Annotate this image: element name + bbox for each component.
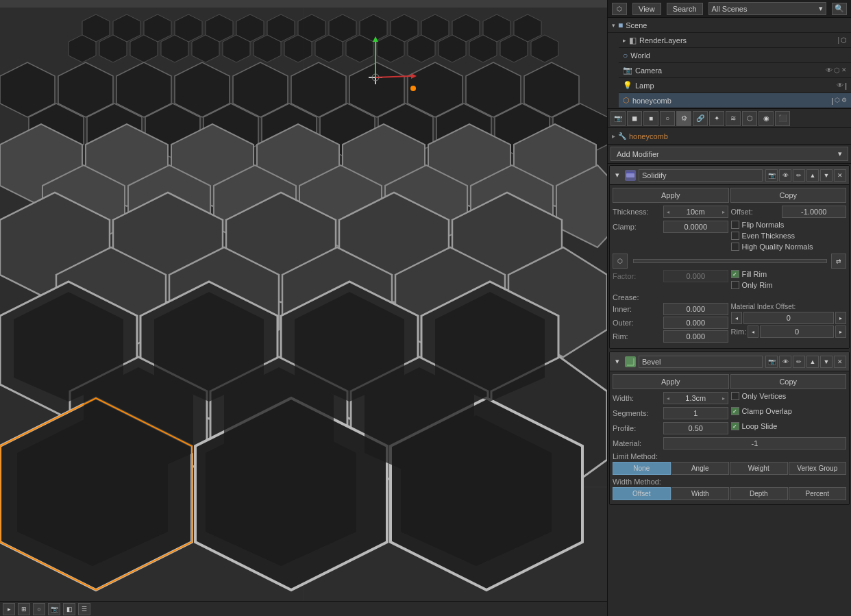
prop-icon-render[interactable]: ◼ [627,111,642,126]
solidify-mat-rim-arrow-right[interactable]: ▸ [835,325,846,338]
outliner-row-lamp[interactable]: 💡 Lamp 👁 | [619,78,851,93]
prop-icon-world[interactable]: ○ [660,111,675,126]
solidify-apply-button[interactable]: Apply [613,188,729,203]
topbar-icon[interactable]: ⬡ [612,3,627,15]
bevel-apply-copy-row: Apply Copy [613,374,846,389]
prop-icon-material[interactable]: ◉ [758,111,774,126]
bevel-close-icon[interactable]: ✕ [834,356,846,368]
bevel-segments-field[interactable]: 1 [663,407,728,419]
outliner-row-renderlayers[interactable]: ▸ ◧ RenderLayers | ⬡ [619,33,851,48]
bevel-limit-angle[interactable]: Angle [671,462,730,475]
bevel-material-field[interactable]: -1 [663,437,846,449]
solidify-offset-field[interactable]: -1.0000 [782,206,847,218]
solidify-outer-field[interactable]: 0.000 [663,317,728,329]
solidify-toggle[interactable]: ▾ [613,171,622,180]
bevel-apply-button[interactable]: Apply [613,374,729,389]
bevel-clamp-overlap-cb[interactable] [731,407,739,415]
bevel-edit-icon[interactable]: ✏ [793,356,805,368]
solidify-inner-label: Inner: [613,305,661,313]
solidify-name-input[interactable] [639,169,763,182]
solidify-copy-button[interactable]: Copy [730,188,847,203]
bevel-loop-slide-cb[interactable] [731,422,739,430]
solidify-down-icon[interactable]: ▼ [820,169,832,182]
solidify-shell-arrow[interactable]: ⇄ [831,254,846,269]
solidify-hq-normals-cb[interactable] [731,243,739,251]
view-menu[interactable]: View [632,3,661,15]
bevel-name-input[interactable] [639,356,763,368]
statusbar-icon-6[interactable]: ☰ [78,603,90,615]
bevel-width-width[interactable]: Width [671,487,730,500]
bevel-segments-label: Segments: [613,409,661,417]
solidify-shell-field[interactable] [633,259,827,263]
bevel-profile-field-row: Profile: 0.50 [613,422,728,434]
solidify-even-thickness-cb[interactable] [731,232,739,240]
outliner-row-honeycomb[interactable]: ⬡ honeycomb | ⬡ ⚙ [619,93,851,108]
search-menu[interactable]: Search [667,3,703,15]
solidify-fill-rim-cb[interactable] [731,270,739,278]
scene-select[interactable]: All Scenes ▾ [708,2,826,15]
prop-icon-object[interactable]: ⚙ [676,111,691,126]
solidify-inner-field[interactable]: 0.000 [663,303,728,315]
search-button[interactable]: 🔍 [832,3,847,15]
solidify-factor-label: Factor: [613,272,661,280]
bevel-width-percent[interactable]: Percent [789,487,847,500]
solidify-edit-icon[interactable]: ✏ [793,169,805,182]
outliner-row-camera[interactable]: 📷 Camera 👁 ⬡ ✕ [619,63,851,78]
statusbar-icon-2[interactable]: ⊞ [18,603,30,615]
bevel-down-icon[interactable]: ▼ [820,356,832,368]
statusbar-icon-5[interactable]: ◧ [63,603,75,615]
solidify-outer-label: Outer: [613,319,661,327]
bevel-segments-row: Segments: 1 Clamp Overlap [613,407,846,421]
solidify-offset-row: Offset: -1.0000 [731,206,847,218]
prop-icon-scene[interactable]: ■ [643,111,658,126]
bevel-limit-none[interactable]: None [613,462,671,475]
solidify-clamp-field[interactable]: 0.0000 [663,221,728,233]
solidify-only-rim-cb[interactable] [731,281,739,289]
bevel-width-row: Width: ◂ 1.3cm ▸ Only Vertices [613,392,846,406]
bevel-width-offset[interactable]: Offset [613,487,671,500]
solidify-mat-index-arrow-left[interactable]: ◂ [731,312,742,324]
bevel-up-icon[interactable]: ▲ [806,356,819,368]
bevel-width-depth[interactable]: Depth [730,487,788,500]
solidify-close-icon[interactable]: ✕ [834,169,846,182]
bevel-toggle[interactable]: ▾ [613,357,622,367]
prop-icon-constraints[interactable]: 🔗 [693,111,708,126]
properties-breadcrumb: ▸ 🔧 honeycomb [608,128,851,145]
solidify-mat-rim-val[interactable]: 0 [760,325,834,338]
solidify-rim-field[interactable]: 0.000 [663,330,728,343]
solidify-view-icon[interactable]: 👁 [779,169,791,182]
bevel-limit-weight[interactable]: Weight [730,462,788,475]
add-modifier-button[interactable]: Add Modifier ▾ [610,147,848,161]
solidify-crease-label: Crease: [613,293,846,301]
solidify-up-icon[interactable]: ▲ [806,169,819,182]
prop-icon-texture[interactable]: ⬛ [775,111,790,126]
bevel-width-field[interactable]: ◂ 1.3cm ▸ [663,392,728,404]
solidify-factor-field[interactable]: 0.000 [663,270,728,282]
bevel-profile-field[interactable]: 0.50 [663,422,728,434]
bevel-render-icon[interactable]: 📷 [765,356,778,368]
prop-icon-physics[interactable]: ≋ [726,111,741,126]
statusbar-icon-1[interactable]: ▸ [3,603,15,615]
prop-icon-mesh[interactable]: ⬡ [742,111,757,126]
bevel-view-icon[interactable]: 👁 [779,356,791,368]
solidify-render-icon[interactable]: 📷 [765,169,778,182]
svg-rect-109 [626,173,634,177]
bevel-copy-button[interactable]: Copy [730,374,847,389]
prop-icon-camera[interactable]: 📷 [610,111,626,126]
bevel-only-vertices-cb[interactable] [731,392,739,400]
statusbar-icon-4[interactable]: 📷 [48,603,60,615]
solidify-thickness-row: Thickness: ◂ 10cm ▸ [613,206,728,218]
statusbar-icon-3[interactable]: ○ [33,603,45,615]
solidify-flip-normals-cb[interactable] [731,221,739,229]
prop-icon-particles[interactable]: ✦ [709,111,724,126]
outliner-row-scene[interactable]: ▾ ■ Scene [608,18,851,33]
solidify-mat-rim-arrow-left[interactable]: ◂ [748,325,758,338]
outliner-row-world[interactable]: ○ World [619,48,851,63]
solidify-mat-index-inner-val[interactable]: 0 [743,312,835,324]
solidify-shell-icon[interactable]: ⬡ [613,254,628,269]
viewport[interactable]: ▸ ⊞ ○ 📷 ◧ ☰ [0,0,607,616]
solidify-thickness-field[interactable]: ◂ 10cm ▸ [663,206,728,218]
outliner-icons-camera: 👁 ⬡ ✕ [826,66,847,74]
solidify-mat-index-arrow-right[interactable]: ▸ [835,312,846,324]
bevel-limit-vertex-group[interactable]: Vertex Group [789,462,847,475]
